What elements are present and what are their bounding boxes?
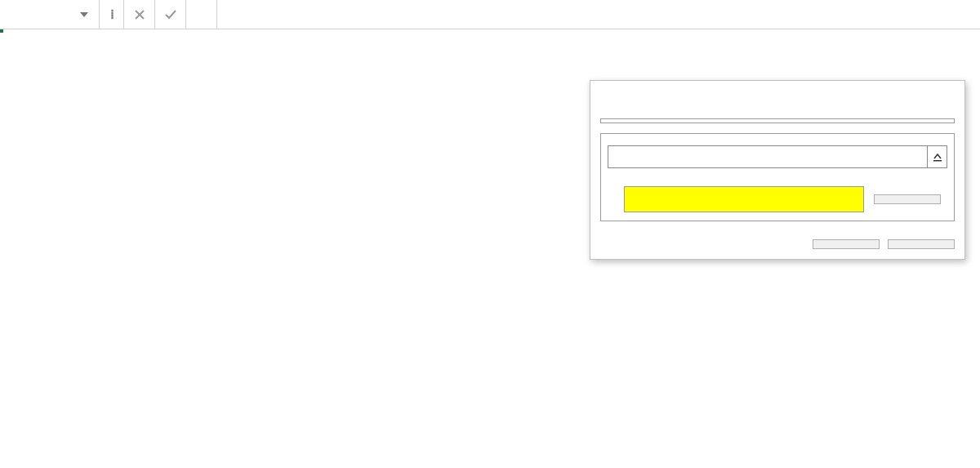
ok-button[interactable] — [813, 239, 880, 249]
edit-formatting-rule-dialog — [590, 80, 965, 260]
rule-type-list[interactable] — [600, 118, 955, 123]
dialog-close-button[interactable] — [930, 86, 956, 105]
rule-description-box — [600, 133, 955, 221]
dialog-help-button[interactable] — [904, 86, 930, 105]
svg-rect-0 — [933, 160, 942, 162]
formula-input-wrapper — [608, 145, 947, 168]
dialog-titlebar — [590, 81, 964, 114]
collapse-dialog-icon[interactable] — [927, 146, 947, 167]
confirm-entry-icon[interactable] — [155, 0, 186, 29]
formula-bar: ⁞ — [0, 0, 980, 29]
name-box-dropdown-icon[interactable] — [78, 8, 91, 21]
formula-field[interactable] — [608, 146, 927, 167]
selection-marquee — [0, 29, 3, 33]
name-box[interactable] — [0, 0, 100, 29]
format-button[interactable] — [874, 194, 941, 204]
formula-input[interactable] — [217, 0, 980, 29]
formula-bar-expand-icon[interactable]: ⁞ — [100, 0, 124, 29]
cancel-button[interactable] — [888, 239, 955, 249]
cancel-entry-icon[interactable] — [124, 0, 155, 29]
insert-function-button[interactable] — [186, 0, 217, 29]
preview-sample — [624, 186, 864, 212]
